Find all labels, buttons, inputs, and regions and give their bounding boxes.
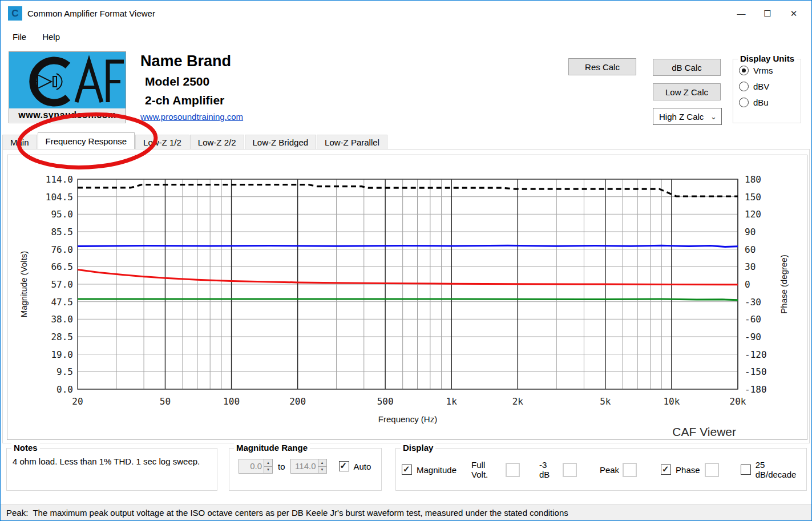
menu-file[interactable]: File — [13, 32, 26, 42]
svg-text:95.0: 95.0 — [51, 209, 73, 220]
svg-text:Frequency (Hz): Frequency (Hz) — [378, 414, 437, 424]
svg-text:85.5: 85.5 — [51, 227, 73, 237]
phase-color-swatch[interactable] — [705, 463, 719, 477]
full-volt-color-swatch[interactable] — [506, 463, 520, 477]
tab-main[interactable]: Main — [2, 135, 37, 149]
display-units-label: Display Units — [738, 54, 797, 63]
radio-label-dbu: dBu — [753, 98, 769, 107]
window-controls: — ☐ ✕ — [728, 1, 811, 26]
window-title: Common Amplifier Format Viewer — [27, 9, 155, 18]
magnitude-checkbox-row[interactable]: ✓ Magnitude — [402, 465, 457, 475]
radio-dbu[interactable]: dBu — [739, 98, 801, 107]
check-icon: ✓ — [340, 461, 348, 471]
close-icon: ✕ — [790, 9, 798, 19]
spin-up-icon[interactable]: ▲ — [318, 459, 326, 467]
svg-text:10k: 10k — [663, 396, 680, 407]
svg-text:150: 150 — [745, 192, 761, 203]
tab-strip: Main Frequency Response Low-Z 1/2 Low-Z … — [1, 132, 811, 149]
tab-main-label: Main — [10, 138, 29, 147]
radio-icon-vrms — [739, 66, 749, 75]
tab-low-z-2-2[interactable]: Low-Z 2/2 — [190, 135, 244, 149]
notes-label: Notes — [11, 443, 40, 453]
svg-text:38.0: 38.0 — [51, 314, 73, 325]
menu-help[interactable]: Help — [42, 32, 60, 42]
magnitude-max-spinner[interactable]: 114.0 ▲ ▼ — [290, 459, 327, 474]
chevron-down-icon: ⌄ — [710, 112, 717, 121]
db-decade-checkbox: ✓ — [741, 465, 751, 475]
db-decade-checkbox-row[interactable]: ✓ 25 dB/decade — [741, 460, 806, 479]
svg-text:180: 180 — [745, 174, 761, 185]
channel-description: 2-ch Amplifier — [145, 94, 224, 107]
status-bar: Peak: The maximum peak output voltage at… — [1, 504, 811, 520]
svg-text:0: 0 — [745, 279, 750, 290]
svg-text:28.5: 28.5 — [51, 332, 73, 342]
phase-checkbox: ✓ — [661, 465, 671, 475]
svg-text:47.5: 47.5 — [51, 297, 73, 308]
radio-dbv[interactable]: dBV — [739, 82, 801, 91]
phase-checkbox-row[interactable]: ✓ Phase — [661, 465, 700, 475]
svg-text:19.0: 19.0 — [51, 349, 73, 360]
frequency-response-chart: 114.0104.595.085.576.066.557.047.538.028… — [7, 155, 807, 439]
app-window: C Common Amplifier Format Viewer — ☐ ✕ F… — [0, 0, 812, 521]
phase-checkbox-label: Phase — [676, 465, 700, 475]
tab-frequency-response-label: Frequency Response — [46, 136, 127, 146]
svg-text:200: 200 — [289, 396, 306, 407]
menu-bar: File Help — [1, 26, 811, 47]
svg-text:57.0: 57.0 — [51, 279, 73, 290]
check-icon: ✓ — [403, 464, 410, 474]
radio-vrms[interactable]: Vrms — [739, 66, 801, 75]
prosoundtraining-link[interactable]: www.prosoundtraining.com — [140, 112, 243, 122]
svg-text:104.5: 104.5 — [46, 192, 73, 203]
maximize-icon: ☐ — [763, 9, 771, 19]
svg-text:20: 20 — [72, 396, 83, 407]
tab-frequency-response[interactable]: Frequency Response — [38, 132, 135, 149]
minimize-button[interactable]: — — [728, 1, 754, 26]
notes-text: 4 ohm load. Less than 1% THD. 1 sec log … — [13, 457, 217, 466]
svg-text:CAF Viewer: CAF Viewer — [672, 425, 736, 438]
brand-name: Name Brand — [140, 52, 231, 70]
status-text: Peak: The maximum peak output voltage at… — [6, 508, 568, 518]
magnitude-min-spinner[interactable]: 0.0 ▲ ▼ — [239, 459, 273, 474]
bottom-controls: Notes 4 ohm load. Less than 1% THD. 1 se… — [1, 443, 811, 506]
svg-text:2k: 2k — [512, 396, 524, 407]
caf-logo: www.synaudcon.com — [9, 51, 126, 123]
svg-text:60: 60 — [745, 244, 756, 255]
svg-text:100: 100 — [223, 396, 240, 407]
tab-low-z-2-2-label: Low-Z 2/2 — [198, 138, 236, 147]
db-calc-button[interactable]: dB Calc — [653, 59, 721, 76]
tab-low-z-parallel[interactable]: Low-Z Parallel — [317, 135, 387, 149]
spin-up-icon[interactable]: ▲ — [264, 459, 272, 467]
svg-text:-90: -90 — [745, 332, 761, 342]
logo-website: www.synaudcon.com — [9, 108, 126, 122]
auto-checkbox-row[interactable]: ✓ Auto — [339, 461, 371, 471]
spin-down-icon[interactable]: ▼ — [318, 467, 326, 474]
maximize-button[interactable]: ☐ — [754, 1, 781, 26]
display-units-group: Display Units Vrms dBV dBu — [733, 59, 801, 123]
title-bar: C Common Amplifier Format Viewer — ☐ ✕ — [1, 1, 811, 26]
high-z-calc-value: High Z Calc — [659, 112, 704, 122]
tab-low-z-bridged[interactable]: Low-Z Bridged — [245, 135, 317, 149]
app-icon: C — [8, 6, 22, 21]
minimize-icon: — — [737, 9, 746, 18]
magnitude-checkbox: ✓ — [402, 465, 412, 475]
auto-label: Auto — [354, 462, 371, 471]
tab-low-z-1-2[interactable]: Low-Z 1/2 — [135, 135, 189, 149]
magnitude-range-label: Magnitude Range — [234, 443, 310, 453]
svg-text:-30: -30 — [745, 297, 761, 308]
tab-low-z-bridged-label: Low-Z Bridged — [253, 138, 309, 147]
high-z-calc-dropdown[interactable]: High Z Calc ⌄ — [653, 108, 722, 125]
svg-text:0.0: 0.0 — [56, 384, 73, 395]
low-z-calc-button[interactable]: Low Z Calc — [653, 83, 721, 100]
svg-text:Magnitude (Volts): Magnitude (Volts) — [19, 251, 29, 318]
display-label: Display — [401, 443, 435, 453]
peak-label: Peak — [600, 465, 619, 475]
tab-low-z-1-2-label: Low-Z 1/2 — [143, 138, 181, 147]
db-decade-label: 25 dB/decade — [756, 460, 806, 479]
peak-color-swatch[interactable] — [623, 463, 637, 477]
minus3db-color-swatch[interactable] — [563, 463, 577, 477]
header: www.synaudcon.com Name Brand Model 2500 … — [1, 47, 811, 132]
spin-down-icon[interactable]: ▼ — [264, 467, 272, 474]
close-button[interactable]: ✕ — [781, 1, 807, 26]
res-calc-button[interactable]: Res Calc — [568, 58, 636, 75]
svg-text:120: 120 — [745, 209, 761, 220]
